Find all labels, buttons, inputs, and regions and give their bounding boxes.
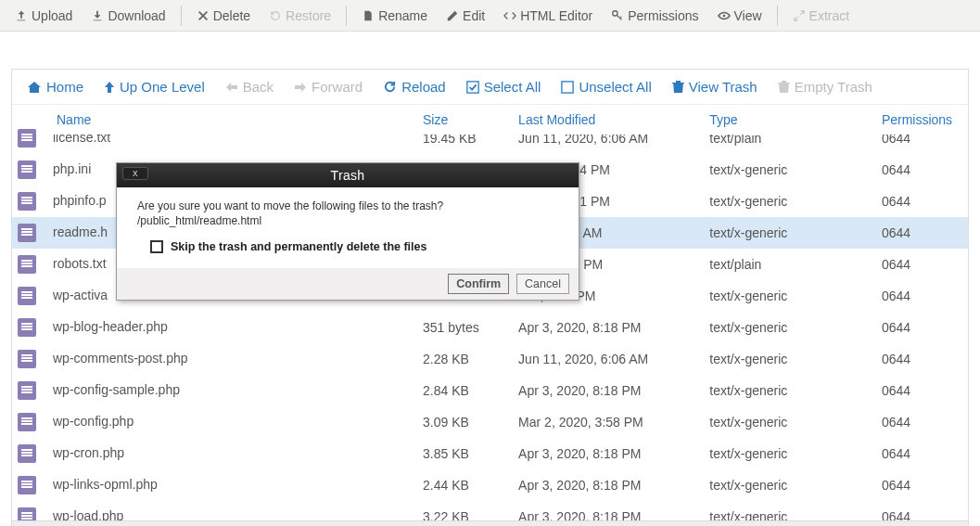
dialog-titlebar: x Trash [117, 163, 579, 187]
skip-trash-label: Skip the trash and permanently delete th… [171, 240, 426, 253]
skip-trash-option[interactable]: Skip the trash and permanently delete th… [150, 240, 558, 253]
confirm-message: Are you sure you want to move the follow… [137, 199, 558, 213]
dialog-footer: Confirm Cancel [117, 268, 579, 300]
dialog-body: Are you sure you want to move the follow… [117, 187, 579, 268]
close-icon[interactable]: x [122, 167, 148, 180]
modal-overlay: x Trash Are you sure you want to move th… [0, 0, 980, 526]
confirm-button[interactable]: Confirm [448, 274, 509, 294]
dialog-title: Trash [331, 168, 365, 183]
cancel-button[interactable]: Cancel [516, 274, 569, 294]
trash-dialog: x Trash Are you sure you want to move th… [116, 162, 579, 301]
checkbox-icon[interactable] [150, 240, 163, 253]
file-path: /public_html/readme.html [137, 214, 558, 227]
